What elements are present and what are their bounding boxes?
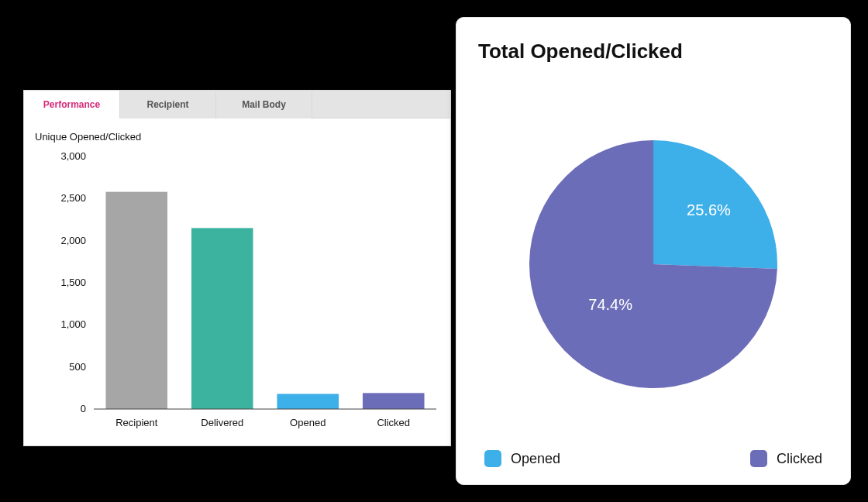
bar-xtick: Opened <box>290 417 326 428</box>
bar-opened <box>277 394 339 409</box>
bar-ytick: 0 <box>81 403 86 414</box>
pie-chart: 25.6%74.4% <box>478 85 828 442</box>
pie-label-clicked: 74.4% <box>588 296 632 313</box>
tab-mail-body[interactable]: Mail Body <box>216 91 312 119</box>
analytics-panel: Performance Recipient Mail Body Unique O… <box>23 90 451 446</box>
legend-opened: Opened <box>484 450 560 467</box>
pie-title: Total Opened/Clicked <box>478 40 828 64</box>
bar-chart-title: Unique Opened/Clicked <box>35 131 439 143</box>
bar-recipient <box>105 192 167 409</box>
pie-label-opened: 25.6% <box>687 201 731 218</box>
bar-delivered <box>191 228 253 409</box>
bar-xtick: Recipient <box>115 417 158 428</box>
bar-chart: Unique Opened/Clicked 05001,0001,5002,00… <box>24 119 450 451</box>
tab-recipient[interactable]: Recipient <box>120 91 216 119</box>
legend-clicked: Clicked <box>750 450 822 467</box>
bar-ytick: 1,000 <box>60 318 86 330</box>
pie-legend: Opened Clicked <box>478 450 828 467</box>
legend-swatch-opened <box>484 450 501 467</box>
bar-clicked <box>363 393 425 409</box>
legend-swatch-clicked <box>750 450 767 467</box>
bar-ytick: 500 <box>69 361 86 373</box>
bar-xtick: Delivered <box>201 417 243 428</box>
bar-chart-svg: 05001,0001,5002,0002,5003,000RecipientDe… <box>32 146 443 440</box>
bar-ytick: 3,000 <box>60 150 86 162</box>
bar-xtick: Clicked <box>377 417 410 428</box>
pie-card: Total Opened/Clicked 25.6%74.4% Opened C… <box>456 17 851 485</box>
bar-ytick: 2,000 <box>60 235 86 246</box>
legend-label-clicked: Clicked <box>777 451 822 467</box>
bar-ytick: 1,500 <box>60 277 86 288</box>
tab-performance[interactable]: Performance <box>24 91 120 119</box>
tabs: Performance Recipient Mail Body <box>24 91 450 119</box>
legend-label-opened: Opened <box>511 451 560 467</box>
bar-ytick: 2,500 <box>60 192 86 204</box>
pie-chart-svg: 25.6%74.4% <box>522 132 785 396</box>
